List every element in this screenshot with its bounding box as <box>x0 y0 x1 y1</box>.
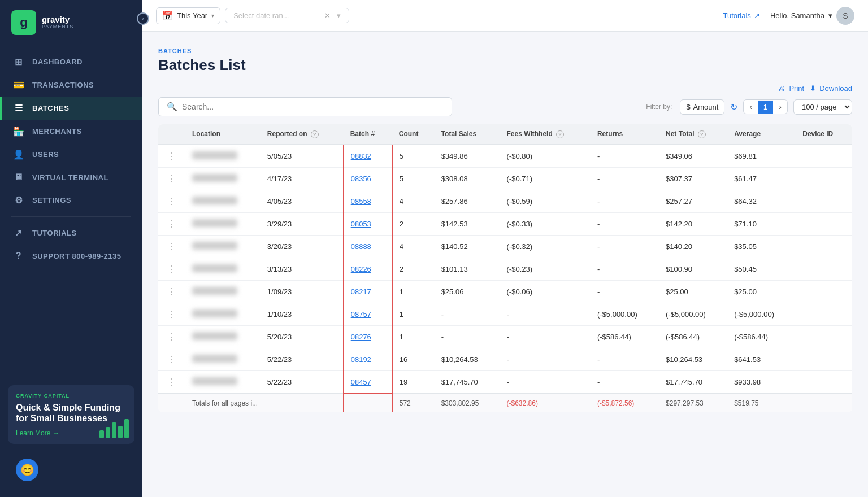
row-menu-dots[interactable]: ⋮ <box>165 332 179 342</box>
table-row: ⋮5/05/23088325$349.86(-$0.80)-$349.06$69… <box>158 145 852 168</box>
batch-link[interactable]: 08053 <box>351 220 371 228</box>
fees-help-icon[interactable]: ? <box>556 130 564 138</box>
sidebar-item-tutorials[interactable]: ↗ Tutorials <box>0 221 142 245</box>
chat-bubble-button[interactable]: 😊 <box>16 459 38 481</box>
user-greeting[interactable]: Hello, Samantha ▾ S <box>770 7 854 25</box>
cell-fees-withheld: (-$0.33) <box>500 212 591 235</box>
cell-batch-num: 08356 <box>344 167 392 190</box>
search-box[interactable]: 🔍 <box>158 97 452 116</box>
cell-device-id <box>796 190 852 212</box>
bar-4 <box>118 426 123 438</box>
sidebar-item-virtual-terminal[interactable]: 🖥 Virtual Terminal <box>0 166 142 189</box>
cell-returns: - <box>591 348 659 370</box>
transactions-icon: 💳 <box>13 80 24 90</box>
sidebar-item-users[interactable]: 👤 Users <box>0 143 142 166</box>
sidebar-item-settings[interactable]: ⚙ Settings <box>0 189 142 212</box>
batch-link[interactable]: 08226 <box>351 265 371 273</box>
cell-returns: (-$5,000.00) <box>591 303 659 325</box>
row-menu-dots[interactable]: ⋮ <box>165 242 179 251</box>
table-row: ⋮5/22/230845719$17,745.70--$17,745.70$93… <box>158 370 852 394</box>
row-menu-dots[interactable]: ⋮ <box>165 264 179 274</box>
tutorials-link[interactable]: Tutorials ↗ <box>723 11 760 20</box>
cell-average: $933.98 <box>727 370 796 394</box>
sidebar-item-transactions[interactable]: 💳 Transactions <box>0 73 142 97</box>
cell-count: 1 <box>392 303 435 325</box>
batch-link[interactable]: 08192 <box>351 355 371 364</box>
chevron-down-icon: ▾ <box>211 12 214 19</box>
reported-on-help-icon[interactable]: ? <box>311 130 319 138</box>
download-button[interactable]: ⬇ Download <box>810 84 852 93</box>
cell-returns: - <box>591 145 659 168</box>
batch-link[interactable]: 08832 <box>351 152 371 160</box>
row-menu-dots[interactable]: ⋮ <box>165 377 179 387</box>
logo-text: gravityPAYMENTS <box>42 15 73 30</box>
topbar-filter-group: 📅 This Year ▾ Select date ran... ✕ ▾ <box>156 7 717 24</box>
sidebar-item-merchants[interactable]: 🏪 Merchants <box>0 120 142 143</box>
col-batch-num: Batch # <box>344 124 392 145</box>
merchants-icon: 🏪 <box>13 126 24 137</box>
totals-device <box>796 394 852 412</box>
prev-page-button[interactable]: ‹ <box>744 100 758 114</box>
sidebar-item-support[interactable]: ? Support 800-989-2135 <box>0 245 142 267</box>
cell-location <box>185 167 261 190</box>
filter-amount-button[interactable]: $ Amount <box>680 99 724 115</box>
cell-returns: - <box>591 190 659 212</box>
cell-reported-on: 5/20/23 <box>261 325 344 348</box>
cell-location <box>185 235 261 258</box>
cell-net-total: $140.20 <box>659 235 727 258</box>
next-page-button[interactable]: › <box>773 100 787 114</box>
row-menu-dots[interactable]: ⋮ <box>165 219 179 229</box>
cell-net-total: $349.06 <box>659 145 727 168</box>
search-input[interactable] <box>182 102 444 111</box>
totals-batch <box>344 394 392 412</box>
main-content: 📅 This Year ▾ Select date ran... ✕ ▾ Tut… <box>142 0 868 497</box>
date-search-pill[interactable]: Select date ran... ✕ ▾ <box>225 8 349 23</box>
chevron-down-icon-2: ▾ <box>337 11 341 20</box>
cell-batch-num: 08832 <box>344 145 392 168</box>
cell-net-total: $142.20 <box>659 212 727 235</box>
batch-link[interactable]: 08217 <box>351 287 371 296</box>
external-link-icon: ↗ <box>754 11 760 20</box>
cell-count: 1 <box>392 280 435 303</box>
cell-reported-on: 3/13/23 <box>261 258 344 280</box>
collapse-button[interactable]: ‹ <box>137 12 149 25</box>
cell-count: 16 <box>392 348 435 370</box>
row-menu-dots[interactable]: ⋮ <box>165 174 179 184</box>
print-button[interactable]: 🖨 Print <box>778 84 804 93</box>
cell-net-total: $307.37 <box>659 167 727 190</box>
sidebar-label-settings: Settings <box>32 196 71 204</box>
cell-count: 4 <box>392 235 435 258</box>
batch-link[interactable]: 08888 <box>351 242 371 251</box>
sidebar-item-batches[interactable]: ☰ Batches <box>0 97 142 120</box>
clear-button[interactable]: ✕ <box>324 11 331 20</box>
bar-5 <box>124 419 129 438</box>
row-menu-dots[interactable]: ⋮ <box>165 287 179 297</box>
row-menu-dots[interactable]: ⋮ <box>165 151 179 161</box>
sidebar-item-dashboard[interactable]: ⊞ Dashboard <box>0 50 142 73</box>
row-menu-dots[interactable]: ⋮ <box>165 355 179 364</box>
batch-link[interactable]: 08457 <box>351 378 371 386</box>
row-menu-dots[interactable]: ⋮ <box>165 197 179 206</box>
col-reported-on: Reported on ? <box>261 124 344 145</box>
row-menu-dots[interactable]: ⋮ <box>165 309 179 319</box>
per-page-select[interactable]: 100 / page 50 / page 25 / page <box>793 99 852 115</box>
cell-reported-on: 3/29/23 <box>261 212 344 235</box>
batch-link[interactable]: 08558 <box>351 197 371 206</box>
cell-count: 5 <box>392 167 435 190</box>
date-filter-pill[interactable]: 📅 This Year ▾ <box>156 7 220 24</box>
totals-sales: $303,802.95 <box>435 394 500 412</box>
net-total-help-icon[interactable]: ? <box>698 130 706 138</box>
cell-device-id <box>796 370 852 394</box>
sidebar: g gravityPAYMENTS ‹ ⊞ Dashboard 💳 Transa… <box>0 0 142 497</box>
batches-icon: ☰ <box>13 103 24 114</box>
toolbar-bottom-row: 🔍 Filter by: $ Amount ↻ ‹ 1 › 100 / page… <box>158 97 852 116</box>
refresh-button[interactable]: ↻ <box>730 102 737 112</box>
cell-total-sales: $17,745.70 <box>435 370 500 394</box>
cell-net-total: $25.00 <box>659 280 727 303</box>
batch-link[interactable]: 08356 <box>351 175 371 183</box>
cell-returns: - <box>591 370 659 394</box>
batch-link[interactable]: 08757 <box>351 310 371 319</box>
batch-link[interactable]: 08276 <box>351 333 371 341</box>
col-total-sales: Total Sales <box>435 124 500 145</box>
table-row: ⋮5/22/230819216$10,264.53--$10,264.53$64… <box>158 348 852 370</box>
